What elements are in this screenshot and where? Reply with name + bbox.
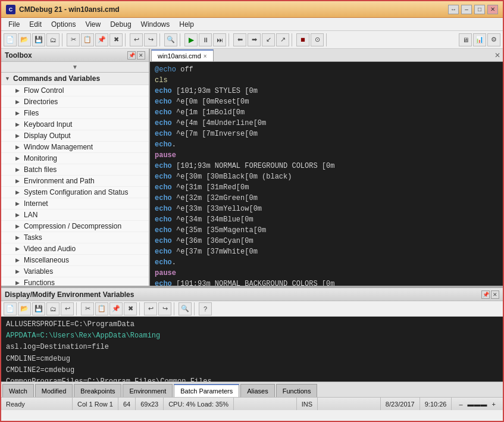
editor-tab-active[interactable]: win10ansi.cmd × [151,49,214,61]
menu-options[interactable]: Options [46,19,80,30]
zoom-minus-icon[interactable]: – [456,401,465,408]
menu-debug[interactable]: Debug [105,19,136,30]
bt-save2[interactable]: 🗂 [46,302,60,315]
toolbar-bp-back[interactable]: ⬅ [233,33,246,46]
bt-help[interactable]: ? [199,302,212,315]
bt-cut[interactable]: ✂ [81,302,94,315]
bt-copy[interactable]: 📋 [95,302,108,315]
minimize-button[interactable]: – [461,5,472,14]
tab-functions[interactable]: Functions [276,384,318,397]
toolbar-stop2[interactable]: ⊙ [311,33,324,46]
editor-content[interactable]: @echo off cls echo [101;93m STYLES [0m e… [150,62,503,286]
toolbox-pin[interactable]: 📌 [127,51,136,60]
toolbar-extra1[interactable]: 🖥 [459,33,472,46]
bt-new[interactable]: 📄 [4,302,17,315]
toolbar-copy[interactable]: 📋 [81,33,94,46]
toolbar-bp-fwd[interactable]: ➡ [248,33,261,46]
toolbar-extra2[interactable]: 📊 [473,33,486,46]
tab-modified[interactable]: Modified [35,384,73,397]
status-num-text: 64 [123,401,130,408]
bt-delete[interactable]: ✖ [124,302,137,315]
bt-save[interactable]: 💾 [32,302,45,315]
toolbar-cut[interactable]: ✂ [67,33,80,46]
editor-panel-close[interactable]: ✕ [494,51,500,60]
tree-item-label: Environment and Path [24,177,95,185]
tab-close-icon[interactable]: × [204,53,207,60]
sep2 [125,33,127,46]
tree-item-video-audio[interactable]: ▶ Video and Audio [1,243,149,255]
tree-item-env-path[interactable]: ▶ Environment and Path [1,176,149,187]
bt-open[interactable]: 📂 [18,302,31,315]
status-position: Col 1 Row 1 [73,398,118,410]
tree-item-label: Display Output [24,132,71,140]
tree-item-files[interactable]: ▶ Files [1,108,149,119]
menu-windows[interactable]: Windows [136,19,175,30]
tree-item-icon: ▶ [15,133,21,139]
bottom-content[interactable]: ALLUSERSPROFILE=C:\ProgramData APPDATA=C… [1,317,503,382]
tree-item-internet[interactable]: ▶ Internet [1,198,149,210]
sep5 [228,33,231,46]
tree-item-monitoring[interactable]: ▶ Monitoring [1,153,149,164]
toolbar-new[interactable]: 📄 [4,33,17,46]
bt-paste[interactable]: 📌 [109,302,123,315]
tree-item-lan[interactable]: ▶ LAN [1,210,149,221]
tree-item-tasks[interactable]: ▶ Tasks [1,232,149,243]
code-line: echo ^e[4m [4mUnderline[0m [155,118,498,129]
bottom-panel-pin[interactable]: 📌 [481,290,490,299]
toolbar-bp-fwd2[interactable]: ↗ [276,33,289,46]
toolbar-undo[interactable]: ↩ [130,33,143,46]
toolbar-paste[interactable]: 📌 [95,33,108,46]
menu-edit[interactable]: Edit [24,19,46,30]
tab-aliases[interactable]: Aliases [240,384,274,397]
toolbar-pause[interactable]: ⏸ [199,33,212,46]
toolbar-step[interactable]: ⏭ [213,33,226,46]
status-date: 8/23/2017 [381,398,420,410]
maximize-button[interactable]: □ [474,5,485,14]
close-button[interactable]: ✕ [487,5,498,14]
bottom-panel-close[interactable]: ✕ [491,290,499,299]
tab-environment[interactable]: Environment [123,384,173,397]
sep6 [292,33,294,46]
tree-item-variables[interactable]: ▶ Variables [1,266,149,277]
tree-item-compression[interactable]: ▶ Compression / Decompression [1,221,149,232]
toolbar-redo[interactable]: ↪ [144,33,157,46]
tree-item-display[interactable]: ▶ Display Output [1,130,149,142]
code-line: echo ^e[1m [1mBold[0m [155,107,498,118]
tree-category-commands[interactable]: ▼ Commands and Variables [1,73,149,85]
env-line: CMDLINE2=cmdebug [6,365,498,376]
tree-item-misc[interactable]: ▶ Miscellaneous [1,255,149,266]
zoom-plus-icon[interactable]: + [490,401,498,408]
toolbar-delete[interactable]: ✖ [109,33,123,46]
tab-breakpoints[interactable]: Breakpoints [74,384,121,397]
toolbar-save-all[interactable]: 🗂 [46,33,60,46]
tree-item-window-mgmt[interactable]: ▶ Window Management [1,142,149,153]
bt-back[interactable]: ↩ [61,302,74,315]
tree-item-icon: ▶ [15,110,21,116]
tree-item-batch[interactable]: ▶ Batch files [1,164,149,176]
tab-batch-params[interactable]: Batch Parameters [174,384,239,397]
toolbar-open[interactable]: 📂 [18,33,31,46]
toolbar-find[interactable]: 🔍 [164,33,177,46]
menu-file[interactable]: File [4,19,24,30]
tree-item-flow-control[interactable]: ▶ Flow Control [1,85,149,96]
bt-find[interactable]: 🔍 [179,302,192,315]
tree-item-sysconfig[interactable]: ▶ System Configuration and Status [1,187,149,198]
menu-help[interactable]: Help [174,19,199,30]
toolbox-scroll[interactable]: ▼ [1,62,149,73]
toolbar-stop[interactable]: ⏹ [296,33,309,46]
toolbox-close[interactable]: ✕ [137,51,145,60]
tree-item-directories[interactable]: ▶ Directories [1,96,149,108]
menu-view[interactable]: View [80,19,105,30]
tree-item-icon: ▶ [15,212,21,218]
tree-item-keyboard[interactable]: ▶ Keyboard Input [1,119,149,130]
toolbar-extra3[interactable]: ⚙ [487,33,500,46]
code-line: echo [101;93m STYLES [0m [155,86,498,96]
tree-item-functions[interactable]: ▶ Functions [1,277,149,286]
tree-item-label: Flow Control [24,86,64,95]
bt-redo[interactable]: ↪ [158,302,171,315]
toolbar-bp-back2[interactable]: ↙ [262,33,275,46]
bt-undo[interactable]: ↩ [144,302,157,315]
toolbar-run[interactable]: ▶ [184,33,198,46]
toolbar-save[interactable]: 💾 [32,33,45,46]
tab-watch[interactable]: Watch [2,384,34,397]
